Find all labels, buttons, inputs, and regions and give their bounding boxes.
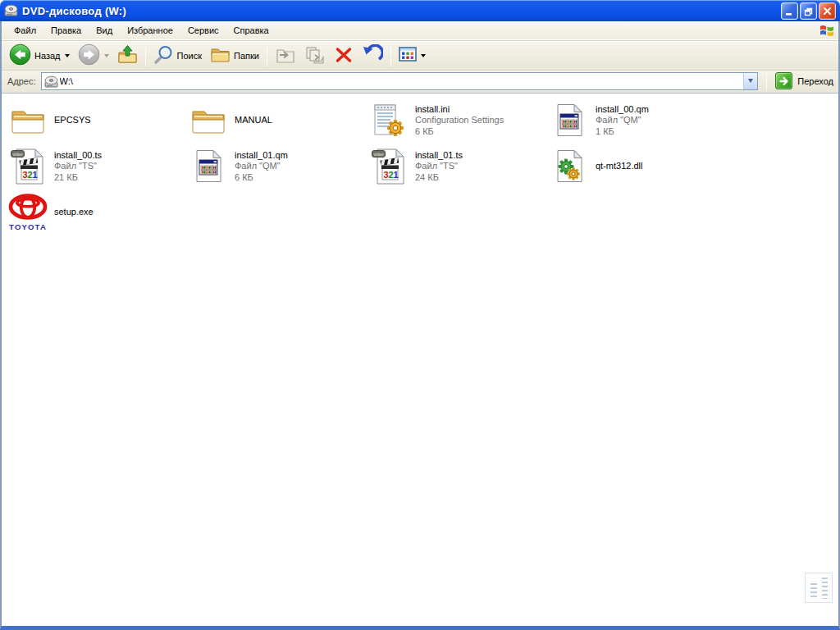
file-tile-text: install_00.qm Файл "QM" 1 КБ [596,104,649,138]
dvd-drive-icon[interactable] [4,3,19,18]
folders-button[interactable]: Папки [206,43,263,68]
qm-file-icon [189,146,228,187]
toolbar-separator [390,44,391,66]
restore-button[interactable] [800,2,817,20]
back-icon [9,43,31,67]
ts-video-badge: video [374,151,384,156]
file-name: install_00.qm [596,104,649,116]
menu-help[interactable]: Справка [226,22,276,39]
toolbar-separator [267,44,267,66]
folder-icon [8,100,48,141]
ts-file-icon: 3 2 1 video [369,146,409,187]
file-size: 1 КБ [596,126,649,138]
file-size: 21 КБ [54,172,102,184]
back-button[interactable]: Назад [5,42,74,69]
ts-digit-1: 1 [33,170,38,180]
explorer-window: DVD-дисковод (W:) Файл Правка Вид Избран… [0,0,840,630]
file-tile-text: install.ini Configuration Settings 6 КБ [415,104,504,138]
file-tile[interactable]: MANUAL [189,99,364,142]
file-tile[interactable]: TOYOTA setup.exe [8,191,184,234]
views-dropdown-caret[interactable] [421,54,426,57]
windows-logo-icon [819,22,835,39]
file-tile-text: setup.exe [54,207,94,218]
file-tile[interactable]: 3 2 1 video install_00.ts Файл "TS" 21 К… [8,145,184,188]
file-tile[interactable]: install_01.qm Файл "QM" 6 КБ [189,145,364,188]
minimize-button[interactable] [781,2,798,20]
file-name: install.ini [415,104,504,116]
file-type: Файл "QM" [235,161,288,172]
menu-file[interactable]: Файл [7,22,43,39]
menu-favorites[interactable]: Избранное [120,22,180,39]
file-name: qt-mt312.dll [596,161,642,172]
file-name: EPCSYS [54,115,91,126]
file-tile[interactable]: EPCSYS [8,99,184,142]
file-list-area[interactable]: EPCSYS MANUAL [2,94,838,626]
forward-button [74,42,113,69]
folders-label: Папки [234,51,259,61]
toolbar: Назад [2,40,838,71]
file-size: 6 КБ [235,172,288,184]
address-input[interactable] [60,74,744,89]
chevron-down-icon [748,79,753,83]
file-tile[interactable]: install_00.qm Файл "QM" 1 КБ [550,99,725,142]
menu-edit[interactable]: Правка [43,22,89,39]
menu-tools[interactable]: Сервис [180,22,226,39]
window-frame: Файл Правка Вид Избранное Сервис Справка [0,21,840,630]
copy-to-button [300,43,330,68]
file-type: Файл "TS" [415,161,463,172]
move-to-button [271,43,300,68]
dvd-drive-icon [44,75,57,87]
address-label: Адрес: [7,76,36,86]
file-tile[interactable]: install.ini Configuration Settings 6 КБ [369,99,545,142]
folders-icon [210,44,231,66]
views-button[interactable] [395,45,430,66]
delete-button[interactable] [330,43,358,68]
file-size: 24 КБ [415,172,463,184]
file-name: install_00.ts [54,150,102,162]
address-combobox[interactable] [41,72,759,90]
copy-to-icon [304,45,326,66]
file-tile-text: EPCSYS [54,115,91,126]
address-bar: Адрес: Переход [2,71,838,94]
folder-icon [189,100,228,141]
go-label: Переход [797,76,833,86]
dll-file-icon [550,146,589,187]
watermark-dashes [810,583,817,599]
views-icon [399,47,417,64]
search-label: Поиск [177,51,202,61]
file-tile-text: install_01.ts Файл "TS" 24 КБ [415,150,463,184]
file-size: 6 КБ [415,126,504,138]
undo-button[interactable] [358,43,387,68]
move-to-icon [275,45,296,66]
ts-video-badge: video [13,151,23,156]
file-tile-text: install_01.qm Файл "QM" 6 КБ [235,150,288,184]
file-type: Файл "QM" [596,115,649,126]
file-tile-text: install_00.ts Файл "TS" 21 КБ [54,150,102,184]
back-dropdown-caret[interactable] [65,54,70,57]
file-name: install_01.ts [415,150,463,162]
file-tile-text: MANUAL [235,115,272,126]
undo-icon [362,44,383,66]
watermark [805,573,833,603]
qm-file-icon [550,100,589,141]
folder-up-icon [117,44,138,66]
file-name: setup.exe [54,207,94,218]
delete-x-icon [334,45,354,66]
close-button[interactable] [819,2,836,20]
toyota-wordmark: TOYOTA [9,222,47,231]
toolbar-separator [145,44,146,66]
up-button[interactable] [113,43,142,68]
menu-view[interactable]: Вид [89,22,120,39]
file-tile[interactable]: qt-mt312.dll [550,145,725,188]
file-type: Файл "TS" [54,161,102,172]
file-type: Configuration Settings [415,115,504,126]
file-tile-text: qt-mt312.dll [596,161,642,172]
file-tile[interactable]: 3 2 1 video install_01.ts Файл "TS" 24 К… [369,145,545,188]
menu-bar: Файл Правка Вид Избранное Сервис Справка [2,21,838,40]
go-button[interactable] [775,72,792,89]
search-button[interactable]: Поиск [149,43,206,68]
address-dropdown-button[interactable] [743,73,757,89]
ts-digit-1: 1 [394,170,399,180]
toyota-exe-icon: TOYOTA [8,192,48,233]
toolbar-separator [766,72,767,90]
